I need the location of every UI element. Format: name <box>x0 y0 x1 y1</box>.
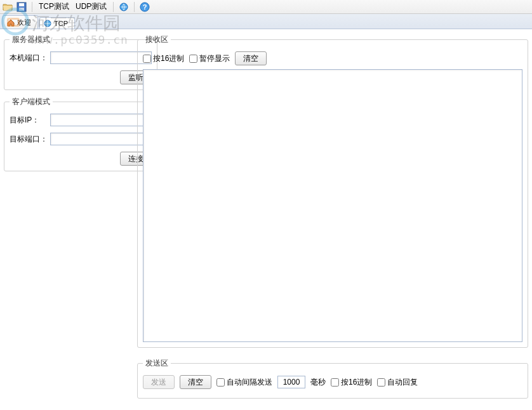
content-area: 服务器模式 本机端口： 监听 客户端模式 目标IP： 目标端口： 连接 <box>0 29 532 410</box>
target-port-label: 目标端口： <box>10 134 50 145</box>
local-port-label: 本机端口： <box>10 53 50 63</box>
receive-textarea[interactable] <box>143 69 522 342</box>
send-button[interactable]: 发送 <box>143 375 175 389</box>
send-hex-checkbox-wrap[interactable]: 按16进制 <box>331 377 372 388</box>
server-mode-group: 服务器模式 本机端口： 监听 <box>4 34 157 90</box>
receive-group: 接收区 按16进制 暂停显示 清空 <box>137 34 528 348</box>
open-icon[interactable] <box>3 2 13 12</box>
tab-welcome[interactable]: 欢迎 <box>3 15 38 29</box>
svg-rect-2 <box>19 8 24 11</box>
send-hex-label: 按16进制 <box>341 377 372 388</box>
home-icon <box>7 19 15 27</box>
auto-interval-label: 自动间隔发送 <box>227 377 272 388</box>
recv-hex-label: 按16进制 <box>153 53 184 64</box>
send-hex-checkbox[interactable] <box>331 378 339 387</box>
send-group: 发送区 发送 清空 自动间隔发送 毫秒 按16进制 自动回复 <box>137 358 528 399</box>
tab-tcp[interactable]: TCP <box>39 17 75 29</box>
left-panel: 服务器模式 本机端口： 监听 客户端模式 目标IP： 目标端口： 连接 <box>0 29 133 410</box>
tcp-test-menu[interactable]: TCP测试 <box>37 1 70 12</box>
local-port-input[interactable] <box>50 51 152 64</box>
ms-label: 毫秒 <box>310 377 326 388</box>
receive-controls: 按16进制 暂停显示 清空 <box>143 51 522 65</box>
recv-hex-checkbox[interactable] <box>143 55 151 63</box>
svg-rect-1 <box>19 3 24 6</box>
client-mode-legend: 客户端模式 <box>10 96 53 107</box>
recv-pause-label: 暂停显示 <box>199 53 230 64</box>
server-mode-legend: 服务器模式 <box>10 34 53 45</box>
tab-label: TCP <box>54 20 68 27</box>
tab-label: 欢迎 <box>17 18 31 27</box>
auto-reply-label: 自动回复 <box>387 377 418 388</box>
separator <box>113 2 114 12</box>
recv-pause-checkbox[interactable] <box>189 55 197 63</box>
save-icon[interactable] <box>17 2 27 12</box>
auto-interval-checkbox[interactable] <box>216 378 225 387</box>
tab-bar: 欢迎 TCP <box>0 14 532 29</box>
target-ip-input[interactable] <box>50 114 152 126</box>
client-mode-group: 客户端模式 目标IP： 目标端口： 连接 <box>4 96 157 171</box>
target-port-input[interactable] <box>50 133 152 145</box>
toolbar: TCP测试 UDP测试 ? <box>0 0 532 14</box>
receive-legend: 接收区 <box>143 34 171 45</box>
auto-interval-checkbox-wrap[interactable]: 自动间隔发送 <box>216 377 272 388</box>
target-ip-label: 目标IP： <box>10 115 50 126</box>
recv-pause-checkbox-wrap[interactable]: 暂停显示 <box>189 53 230 64</box>
send-clear-button[interactable]: 清空 <box>180 375 211 389</box>
udp-test-menu[interactable]: UDP测试 <box>74 1 108 12</box>
recv-hex-checkbox-wrap[interactable]: 按16进制 <box>143 53 184 64</box>
help-icon[interactable]: ? <box>140 2 150 12</box>
separator <box>134 2 135 12</box>
auto-reply-checkbox[interactable] <box>377 378 385 387</box>
interval-input[interactable] <box>277 376 305 388</box>
recv-clear-button[interactable]: 清空 <box>235 51 267 65</box>
svg-text:?: ? <box>143 3 147 11</box>
separator <box>32 2 32 12</box>
globe-icon <box>44 20 51 27</box>
send-legend: 发送区 <box>143 358 171 369</box>
auto-reply-checkbox-wrap[interactable]: 自动回复 <box>377 377 418 388</box>
send-controls: 发送 清空 自动间隔发送 毫秒 按16进制 自动回复 <box>143 375 522 389</box>
right-panel: 接收区 按16进制 暂停显示 清空 发送区 发送 清空 <box>133 29 532 410</box>
browser-icon[interactable] <box>119 2 129 12</box>
